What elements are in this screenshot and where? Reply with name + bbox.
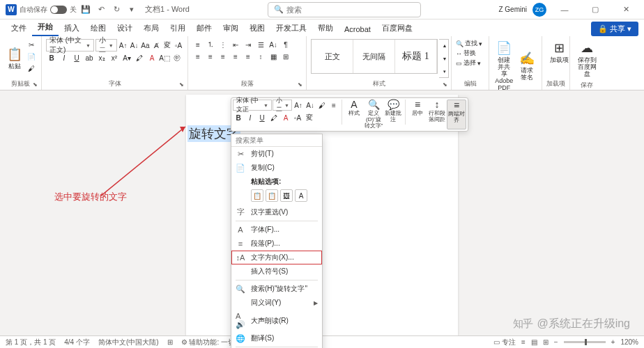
find-button[interactable]: 🔍查找▾ xyxy=(456,39,484,48)
underline-icon[interactable]: U xyxy=(71,52,82,63)
addins-button[interactable]: ⊞加载项 xyxy=(546,39,572,65)
borders-icon[interactable]: ⊞ xyxy=(280,51,291,62)
mini-bold-icon[interactable]: B xyxy=(233,112,244,123)
subscript-icon[interactable]: x₂ xyxy=(96,52,107,63)
paste-merge-icon[interactable]: 📋 xyxy=(266,189,278,202)
menu-font[interactable]: A字体(F)... xyxy=(231,223,322,237)
menu-translate[interactable]: 🌐翻译(S) xyxy=(231,331,322,345)
status-page[interactable]: 第 1 页，共 1 页 xyxy=(6,338,56,347)
create-pdf-button[interactable]: 📄创建并共享 Adobe PDF xyxy=(493,39,515,93)
status-focus[interactable]: ▭ 专注 xyxy=(493,338,516,347)
style-heading1[interactable]: 标题 1 xyxy=(395,40,437,73)
char-shading-icon[interactable]: A⬚ xyxy=(159,52,170,63)
style-nospacing[interactable]: 无间隔 xyxy=(353,40,395,73)
mini-italic-icon[interactable]: I xyxy=(245,112,256,123)
mini-styles-button[interactable]: A样式 xyxy=(344,100,364,129)
grow-font-icon[interactable]: A↑ xyxy=(118,40,128,51)
tab-draw[interactable]: 绘图 xyxy=(85,20,112,36)
tab-insert[interactable]: 插入 xyxy=(59,20,85,36)
change-case-icon[interactable]: Aa xyxy=(141,40,151,51)
mini-char-border-icon[interactable]: ▫A xyxy=(292,112,303,123)
show-marks-icon[interactable]: ¶ xyxy=(280,39,291,50)
gallery-more-icon[interactable]: ▾ xyxy=(439,66,450,77)
gallery-up-icon[interactable]: ▲ xyxy=(439,40,450,51)
view-read-icon[interactable]: ≡ xyxy=(521,338,526,346)
clear-format-icon[interactable]: A̸ xyxy=(151,40,161,51)
user-name[interactable]: Z Gemini xyxy=(498,6,527,13)
tab-references[interactable]: 引用 xyxy=(164,20,191,36)
maximize-icon[interactable]: ▢ xyxy=(583,0,608,19)
menu-search[interactable] xyxy=(231,134,322,147)
multilevel-icon[interactable]: ⋮ xyxy=(217,39,229,50)
paste-button[interactable]: 📋粘贴 xyxy=(4,39,24,78)
tab-acrobat[interactable]: Acrobat xyxy=(339,22,376,36)
tab-developer[interactable]: 开发工具 xyxy=(270,20,312,36)
mini-center-button[interactable]: ≡居中 xyxy=(408,100,427,129)
distribute-icon[interactable]: ≡ xyxy=(243,51,254,62)
select-button[interactable]: ▭选择▾ xyxy=(456,58,484,68)
mini-underline-icon[interactable]: U xyxy=(256,112,268,123)
highlight-icon[interactable]: 🖍 xyxy=(134,52,145,63)
numbering-icon[interactable]: ⒈ xyxy=(205,39,216,50)
superscript-icon[interactable]: x² xyxy=(109,52,120,63)
minimize-icon[interactable]: — xyxy=(552,0,577,19)
style-normal[interactable]: 正文 xyxy=(312,40,353,73)
menu-symbol[interactable]: 插入符号(S) xyxy=(231,264,322,278)
user-avatar[interactable]: ZG xyxy=(532,3,546,17)
decrease-indent-icon[interactable]: ⇤ xyxy=(230,39,241,50)
tab-file[interactable]: 文件 xyxy=(6,20,32,36)
mini-size-combo[interactable]: 小二▼ xyxy=(273,100,292,111)
zoom-in-icon[interactable]: + xyxy=(611,338,615,346)
view-web-icon[interactable]: ⊞ xyxy=(543,338,549,346)
bullets-icon[interactable]: ≡ xyxy=(192,39,204,50)
asian-layout-icon[interactable]: ☰ xyxy=(255,39,266,50)
styles-launcher-icon[interactable]: ⬊ xyxy=(443,81,450,88)
paste-picture-icon[interactable]: 🖼 xyxy=(280,189,293,202)
menu-cut[interactable]: ✂剪切(T) xyxy=(231,147,322,161)
enclose-char-icon[interactable]: ㊥ xyxy=(171,52,183,63)
tab-design[interactable]: 设计 xyxy=(112,20,138,36)
menu-search-rotate[interactable]: 🔍搜索(H)"旋转文字" xyxy=(231,282,322,296)
mini-font-color-icon[interactable]: A xyxy=(280,112,291,123)
mini-format-painter-icon[interactable]: 🖌 xyxy=(316,100,328,111)
mini-phonetic-icon[interactable]: 変 xyxy=(304,112,315,123)
paragraph-launcher-icon[interactable]: ⬊ xyxy=(298,81,305,88)
align-center-icon[interactable]: ≡ xyxy=(205,51,216,62)
phonetic-icon[interactable]: 変 xyxy=(162,40,172,51)
replace-button[interactable]: ↔替换 xyxy=(456,49,484,58)
menu-text-direction[interactable]: ↕A文字方向(X)... xyxy=(231,251,322,264)
mini-bullets-icon[interactable]: ≡ xyxy=(328,100,339,111)
clipboard-launcher-icon[interactable]: ⬊ xyxy=(33,81,40,88)
copy-icon[interactable]: 📄 xyxy=(26,51,37,62)
menu-reconvert[interactable]: 字汉字重选(V) xyxy=(231,205,322,219)
styles-gallery[interactable]: 正文 无间隔 标题 1 xyxy=(311,39,438,74)
cut-icon[interactable]: ✂ xyxy=(26,39,37,50)
bold-icon[interactable]: B xyxy=(46,52,57,63)
view-print-icon[interactable]: ▤ xyxy=(531,338,537,346)
menu-synonyms[interactable]: 同义词(Y)▶ xyxy=(231,296,322,310)
italic-icon[interactable]: I xyxy=(59,52,70,63)
tab-help[interactable]: 帮助 xyxy=(312,20,339,36)
mini-shrink-font-icon[interactable]: A↓ xyxy=(305,100,316,111)
paste-text-icon[interactable]: A xyxy=(295,189,307,202)
menu-paragraph[interactable]: ≡段落(P)... xyxy=(231,237,322,251)
shading-icon[interactable]: ▦ xyxy=(268,51,279,62)
tab-layout[interactable]: 布局 xyxy=(138,20,164,36)
paste-keep-source-icon[interactable]: 📋 xyxy=(251,189,263,202)
redo-icon[interactable]: ↻ xyxy=(110,3,123,16)
mini-spacing-button[interactable]: ↕行和段落间距 xyxy=(427,100,447,129)
status-display-settings-icon[interactable]: ⊞ xyxy=(167,338,173,346)
tab-baidu[interactable]: 百度网盘 xyxy=(376,20,418,36)
mini-newcomment-button[interactable]: 💬新建批注 xyxy=(383,100,403,129)
tab-review[interactable]: 审阅 xyxy=(217,20,244,36)
share-button[interactable]: 🔒 共享 ▾ xyxy=(591,22,638,36)
menu-search-input[interactable] xyxy=(236,136,318,144)
zoom-slider[interactable] xyxy=(564,341,606,343)
tab-view[interactable]: 视图 xyxy=(244,20,270,36)
zoom-out-icon[interactable]: − xyxy=(554,338,558,346)
sort-icon[interactable]: A↓ xyxy=(268,39,279,50)
font-launcher-icon[interactable]: ⬊ xyxy=(179,81,186,88)
search-input[interactable] xyxy=(286,6,415,14)
mini-justify-button[interactable]: ≡两端对齐 xyxy=(447,100,466,129)
menu-read-aloud[interactable]: A🔊大声朗读(R) xyxy=(231,310,322,331)
